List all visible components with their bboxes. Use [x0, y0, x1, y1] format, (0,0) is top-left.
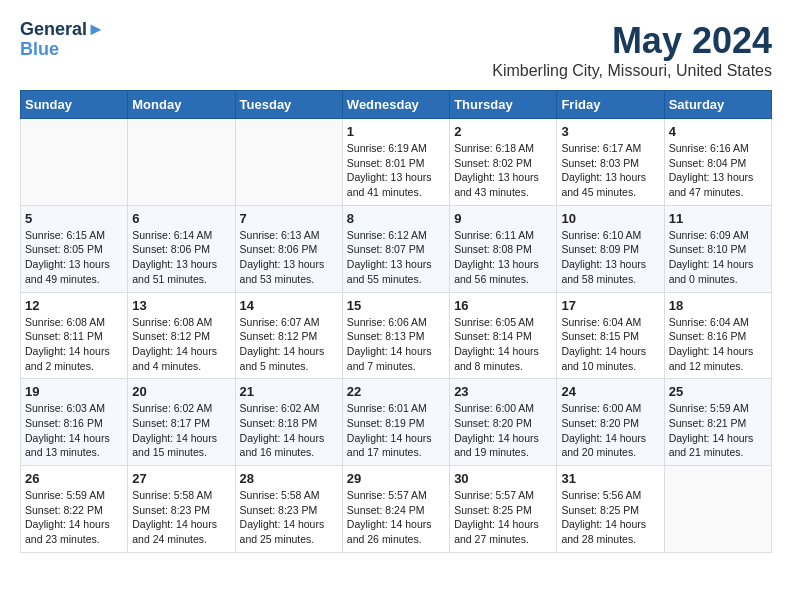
day-number: 23	[454, 384, 552, 399]
main-title: May 2024	[492, 20, 772, 62]
day-info: Sunrise: 5:59 AM Sunset: 8:22 PM Dayligh…	[25, 488, 123, 547]
day-info: Sunrise: 6:07 AM Sunset: 8:12 PM Dayligh…	[240, 315, 338, 374]
day-info: Sunrise: 6:02 AM Sunset: 8:18 PM Dayligh…	[240, 401, 338, 460]
day-number: 1	[347, 124, 445, 139]
subtitle: Kimberling City, Missouri, United States	[492, 62, 772, 80]
calendar-day-25: 25Sunrise: 5:59 AM Sunset: 8:21 PM Dayli…	[664, 379, 771, 466]
day-info: Sunrise: 6:16 AM Sunset: 8:04 PM Dayligh…	[669, 141, 767, 200]
day-info: Sunrise: 6:12 AM Sunset: 8:07 PM Dayligh…	[347, 228, 445, 287]
calendar-day-19: 19Sunrise: 6:03 AM Sunset: 8:16 PM Dayli…	[21, 379, 128, 466]
calendar-week-row: 5Sunrise: 6:15 AM Sunset: 8:05 PM Daylig…	[21, 205, 772, 292]
page-header: General► Blue May 2024 Kimberling City, …	[20, 20, 772, 80]
day-number: 18	[669, 298, 767, 313]
day-number: 28	[240, 471, 338, 486]
calendar-day-31: 31Sunrise: 5:56 AM Sunset: 8:25 PM Dayli…	[557, 466, 664, 553]
weekday-header-monday: Monday	[128, 91, 235, 119]
day-info: Sunrise: 5:57 AM Sunset: 8:25 PM Dayligh…	[454, 488, 552, 547]
calendar-week-row: 1Sunrise: 6:19 AM Sunset: 8:01 PM Daylig…	[21, 119, 772, 206]
day-info: Sunrise: 6:09 AM Sunset: 8:10 PM Dayligh…	[669, 228, 767, 287]
calendar-day-20: 20Sunrise: 6:02 AM Sunset: 8:17 PM Dayli…	[128, 379, 235, 466]
day-info: Sunrise: 5:59 AM Sunset: 8:21 PM Dayligh…	[669, 401, 767, 460]
day-number: 10	[561, 211, 659, 226]
calendar-empty-cell	[128, 119, 235, 206]
calendar-table: SundayMondayTuesdayWednesdayThursdayFrid…	[20, 90, 772, 553]
calendar-day-18: 18Sunrise: 6:04 AM Sunset: 8:16 PM Dayli…	[664, 292, 771, 379]
day-info: Sunrise: 6:02 AM Sunset: 8:17 PM Dayligh…	[132, 401, 230, 460]
day-info: Sunrise: 6:18 AM Sunset: 8:02 PM Dayligh…	[454, 141, 552, 200]
calendar-day-28: 28Sunrise: 5:58 AM Sunset: 8:23 PM Dayli…	[235, 466, 342, 553]
calendar-day-23: 23Sunrise: 6:00 AM Sunset: 8:20 PM Dayli…	[450, 379, 557, 466]
calendar-day-30: 30Sunrise: 5:57 AM Sunset: 8:25 PM Dayli…	[450, 466, 557, 553]
day-info: Sunrise: 5:57 AM Sunset: 8:24 PM Dayligh…	[347, 488, 445, 547]
title-block: May 2024 Kimberling City, Missouri, Unit…	[492, 20, 772, 80]
day-info: Sunrise: 6:14 AM Sunset: 8:06 PM Dayligh…	[132, 228, 230, 287]
day-number: 2	[454, 124, 552, 139]
day-number: 31	[561, 471, 659, 486]
day-info: Sunrise: 6:10 AM Sunset: 8:09 PM Dayligh…	[561, 228, 659, 287]
calendar-day-12: 12Sunrise: 6:08 AM Sunset: 8:11 PM Dayli…	[21, 292, 128, 379]
day-info: Sunrise: 6:19 AM Sunset: 8:01 PM Dayligh…	[347, 141, 445, 200]
logo-text-line2: Blue	[20, 40, 105, 60]
weekday-header-saturday: Saturday	[664, 91, 771, 119]
calendar-day-29: 29Sunrise: 5:57 AM Sunset: 8:24 PM Dayli…	[342, 466, 449, 553]
day-info: Sunrise: 6:17 AM Sunset: 8:03 PM Dayligh…	[561, 141, 659, 200]
day-number: 9	[454, 211, 552, 226]
day-info: Sunrise: 6:01 AM Sunset: 8:19 PM Dayligh…	[347, 401, 445, 460]
day-number: 12	[25, 298, 123, 313]
weekday-header-friday: Friday	[557, 91, 664, 119]
day-number: 22	[347, 384, 445, 399]
day-info: Sunrise: 5:58 AM Sunset: 8:23 PM Dayligh…	[240, 488, 338, 547]
day-number: 25	[669, 384, 767, 399]
weekday-header-row: SundayMondayTuesdayWednesdayThursdayFrid…	[21, 91, 772, 119]
day-number: 24	[561, 384, 659, 399]
day-info: Sunrise: 6:04 AM Sunset: 8:15 PM Dayligh…	[561, 315, 659, 374]
calendar-empty-cell	[21, 119, 128, 206]
weekday-header-thursday: Thursday	[450, 91, 557, 119]
day-number: 30	[454, 471, 552, 486]
day-number: 27	[132, 471, 230, 486]
day-info: Sunrise: 6:06 AM Sunset: 8:13 PM Dayligh…	[347, 315, 445, 374]
day-info: Sunrise: 6:08 AM Sunset: 8:11 PM Dayligh…	[25, 315, 123, 374]
calendar-day-24: 24Sunrise: 6:00 AM Sunset: 8:20 PM Dayli…	[557, 379, 664, 466]
day-number: 7	[240, 211, 338, 226]
logo-text-line1: General►	[20, 20, 105, 40]
day-number: 15	[347, 298, 445, 313]
day-info: Sunrise: 6:08 AM Sunset: 8:12 PM Dayligh…	[132, 315, 230, 374]
day-number: 3	[561, 124, 659, 139]
day-number: 11	[669, 211, 767, 226]
day-info: Sunrise: 6:05 AM Sunset: 8:14 PM Dayligh…	[454, 315, 552, 374]
day-number: 26	[25, 471, 123, 486]
calendar-day-9: 9Sunrise: 6:11 AM Sunset: 8:08 PM Daylig…	[450, 205, 557, 292]
day-number: 4	[669, 124, 767, 139]
weekday-header-wednesday: Wednesday	[342, 91, 449, 119]
day-info: Sunrise: 6:15 AM Sunset: 8:05 PM Dayligh…	[25, 228, 123, 287]
day-info: Sunrise: 6:04 AM Sunset: 8:16 PM Dayligh…	[669, 315, 767, 374]
calendar-day-26: 26Sunrise: 5:59 AM Sunset: 8:22 PM Dayli…	[21, 466, 128, 553]
day-number: 20	[132, 384, 230, 399]
calendar-empty-cell	[664, 466, 771, 553]
logo: General► Blue	[20, 20, 105, 60]
calendar-day-21: 21Sunrise: 6:02 AM Sunset: 8:18 PM Dayli…	[235, 379, 342, 466]
day-number: 8	[347, 211, 445, 226]
day-number: 5	[25, 211, 123, 226]
calendar-day-15: 15Sunrise: 6:06 AM Sunset: 8:13 PM Dayli…	[342, 292, 449, 379]
calendar-week-row: 26Sunrise: 5:59 AM Sunset: 8:22 PM Dayli…	[21, 466, 772, 553]
weekday-header-tuesday: Tuesday	[235, 91, 342, 119]
calendar-week-row: 12Sunrise: 6:08 AM Sunset: 8:11 PM Dayli…	[21, 292, 772, 379]
day-info: Sunrise: 6:00 AM Sunset: 8:20 PM Dayligh…	[454, 401, 552, 460]
day-number: 16	[454, 298, 552, 313]
calendar-day-4: 4Sunrise: 6:16 AM Sunset: 8:04 PM Daylig…	[664, 119, 771, 206]
day-number: 19	[25, 384, 123, 399]
calendar-day-17: 17Sunrise: 6:04 AM Sunset: 8:15 PM Dayli…	[557, 292, 664, 379]
calendar-day-11: 11Sunrise: 6:09 AM Sunset: 8:10 PM Dayli…	[664, 205, 771, 292]
calendar-day-13: 13Sunrise: 6:08 AM Sunset: 8:12 PM Dayli…	[128, 292, 235, 379]
day-info: Sunrise: 5:56 AM Sunset: 8:25 PM Dayligh…	[561, 488, 659, 547]
day-number: 17	[561, 298, 659, 313]
calendar-day-2: 2Sunrise: 6:18 AM Sunset: 8:02 PM Daylig…	[450, 119, 557, 206]
day-number: 21	[240, 384, 338, 399]
calendar-day-5: 5Sunrise: 6:15 AM Sunset: 8:05 PM Daylig…	[21, 205, 128, 292]
calendar-empty-cell	[235, 119, 342, 206]
day-number: 6	[132, 211, 230, 226]
calendar-day-10: 10Sunrise: 6:10 AM Sunset: 8:09 PM Dayli…	[557, 205, 664, 292]
day-number: 13	[132, 298, 230, 313]
